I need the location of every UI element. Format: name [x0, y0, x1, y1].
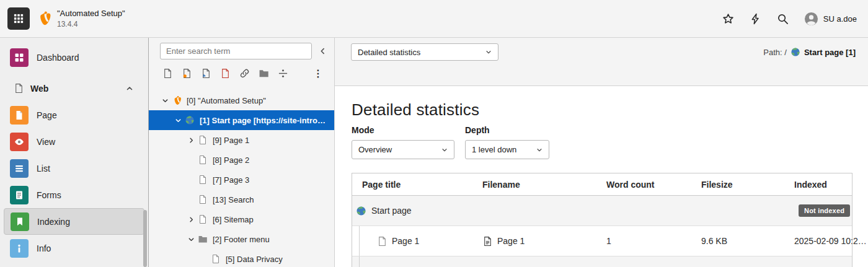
- module-label: Info: [37, 243, 51, 253]
- drag-new-page-icon[interactable]: [162, 68, 174, 79]
- tree-node-search[interactable]: [13] Search: [149, 190, 334, 209]
- view-module-icon: [10, 133, 29, 151]
- page-title-cell: Start page: [352, 206, 476, 216]
- star-icon: [722, 13, 734, 25]
- page-icon: [197, 214, 208, 225]
- divider-icon[interactable]: [278, 68, 289, 79]
- chevron-spacer: [186, 155, 196, 165]
- link-icon[interactable]: [239, 68, 250, 79]
- chevron-down-icon[interactable]: [186, 234, 196, 244]
- filters: Mode Overview Depth 1 level down: [352, 125, 868, 159]
- indexed-cell: 2025-02-09 10:2…: [788, 236, 853, 246]
- document-icon: [482, 236, 493, 247]
- module-info[interactable]: Info: [0, 235, 148, 261]
- tree-node-start-page[interactable]: [1] Start page [https://site-intro…: [149, 110, 334, 130]
- module-section-label: Web: [30, 84, 48, 94]
- hierarchy-line: [359, 226, 360, 256]
- module-section-web[interactable]: Web: [0, 75, 148, 102]
- mode-select[interactable]: Overview: [352, 140, 454, 159]
- depth-select[interactable]: 1 level down: [465, 140, 549, 159]
- hierarchy-line: [359, 256, 360, 267]
- page-tree: [0] "Automated Setup" [1] Start page [ht…: [149, 90, 334, 267]
- search-button[interactable]: [777, 12, 789, 25]
- tree-node-root[interactable]: [0] "Automated Setup": [149, 90, 334, 110]
- tree-node-data-privacy[interactable]: [5] Data Privacy: [149, 249, 334, 267]
- info-module-icon: [10, 239, 29, 258]
- table-header-row: Page title Filename Word count Filesize …: [352, 173, 852, 196]
- module-indexing[interactable]: Indexing: [4, 208, 144, 235]
- chevron-left-icon: [319, 47, 327, 55]
- tree-search-row: [149, 43, 334, 59]
- module-label: Forms: [37, 190, 61, 200]
- topbar-actions: SU a.doe: [722, 12, 857, 26]
- tree-node-label: [7] Page 3: [213, 175, 253, 185]
- forms-module-icon: [10, 186, 29, 204]
- module-label: Indexing: [37, 217, 70, 227]
- tree-node-sitemap[interactable]: [6] Sitemap: [149, 209, 334, 229]
- mode-filter: Mode Overview: [352, 125, 454, 159]
- chevron-right-icon[interactable]: [186, 135, 196, 145]
- table-row: Page 1 Page 1 1 9.6 KB 2025-02-09 10:2…: [352, 226, 852, 256]
- globe-icon: [790, 47, 800, 57]
- collapse-tree-button[interactable]: [314, 43, 330, 59]
- depth-label: Depth: [465, 125, 549, 135]
- drag-new-spacer-page-icon[interactable]: [220, 68, 231, 79]
- tree-node-label: [13] Search: [213, 195, 258, 204]
- module-menu-scrollbar[interactable]: [143, 210, 147, 267]
- mode-select-value: Overview: [358, 145, 392, 154]
- cell-text: Page 1: [497, 236, 525, 246]
- typo3-backend: "Automated Setup" 13.4.4 SU a.doe Dashbo…: [0, 0, 868, 267]
- tree-node-page-2[interactable]: [8] Page 2: [149, 150, 334, 170]
- tree-node-label: [8] Page 2: [213, 155, 253, 165]
- folder-icon[interactable]: [259, 68, 270, 79]
- chevron-down-icon: [441, 147, 448, 153]
- bookmarks-button[interactable]: [722, 12, 735, 25]
- site-title: "Automated Setup": [57, 8, 125, 19]
- search-icon: [777, 13, 789, 25]
- module-menu: Dashboard Web Page View: [0, 38, 149, 267]
- chevron-down-icon[interactable]: [160, 95, 170, 105]
- web-section-icon: [14, 83, 24, 94]
- clear-cache-button[interactable]: [750, 12, 762, 25]
- page-title: Detailed statistics: [352, 100, 868, 120]
- typo3-logo-icon: [36, 11, 51, 26]
- chevron-down-icon: [536, 147, 542, 153]
- folder-icon: [197, 234, 208, 245]
- statistics-table: Page title Filename Word count Filesize …: [352, 173, 852, 267]
- module-view[interactable]: View: [0, 128, 148, 155]
- brand: "Automated Setup" 13.4.4: [36, 8, 125, 29]
- function-select-value: Detailed statistics: [358, 48, 420, 57]
- column-header: Page title: [352, 180, 476, 190]
- globe-icon: [356, 206, 366, 216]
- status-badge: Not indexed: [799, 204, 850, 217]
- tree-node-label: [2] Footer menu: [213, 235, 273, 244]
- module-list[interactable]: List: [0, 155, 148, 182]
- module-content: Detailed statistics Path: / Start page […: [335, 38, 868, 267]
- module-page[interactable]: Page: [0, 102, 148, 128]
- tree-search-input[interactable]: [160, 43, 312, 59]
- site-info: "Automated Setup" 13.4.4: [57, 8, 125, 29]
- user-menu[interactable]: SU a.doe: [804, 12, 857, 26]
- chevron-down-icon[interactable]: [173, 115, 183, 125]
- tree-node-page-1[interactable]: [9] Page 1: [149, 130, 334, 150]
- table-row: Start page Not indexed: [352, 196, 852, 226]
- module-menu-toggle-button[interactable]: [7, 7, 30, 30]
- column-header: Indexed: [788, 180, 853, 190]
- chevron-right-icon[interactable]: [186, 214, 196, 224]
- path-page[interactable]: Start page [1]: [804, 48, 856, 57]
- tree-more-menu[interactable]: ⋮: [312, 68, 324, 79]
- function-select[interactable]: Detailed statistics: [351, 43, 498, 61]
- tree-node-page-3[interactable]: [7] Page 3: [149, 170, 334, 190]
- depth-select-value: 1 level down: [472, 145, 516, 154]
- drag-new-shortcut-page-icon[interactable]: [182, 68, 193, 79]
- tree-node-footer-menu[interactable]: [2] Footer menu: [149, 229, 334, 249]
- mode-label: Mode: [352, 125, 454, 135]
- column-header: Filesize: [695, 180, 788, 190]
- module-label: Page: [37, 110, 57, 120]
- module-forms[interactable]: Forms: [0, 182, 148, 208]
- tree-toolbar: ⋮: [149, 59, 334, 85]
- avatar: [804, 12, 818, 26]
- module-dashboard[interactable]: Dashboard: [0, 44, 148, 71]
- indexed-cell: Not indexed: [788, 204, 853, 217]
- drag-new-link-page-icon[interactable]: [201, 68, 212, 79]
